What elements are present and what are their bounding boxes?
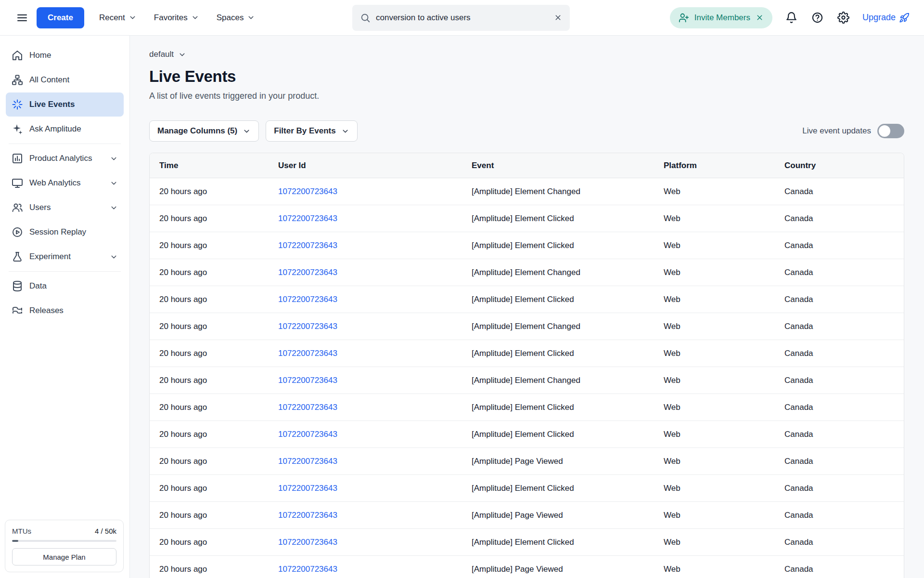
gear-icon bbox=[837, 12, 849, 24]
sidebar-item-ask-amplitude[interactable]: Ask Amplitude bbox=[6, 117, 124, 141]
nav-favorites-label: Favorites bbox=[154, 13, 188, 23]
cell-country: Canada bbox=[775, 295, 904, 304]
cell-event: [Amplitude] Element Clicked bbox=[462, 403, 654, 412]
manage-plan-button[interactable]: Manage Plan bbox=[12, 548, 116, 565]
sidebar-item-experiment[interactable]: Experiment bbox=[6, 245, 124, 269]
sidebar-item-product-analytics[interactable]: Product Analytics bbox=[6, 146, 124, 171]
cell-time: 20 hours ago bbox=[150, 322, 269, 331]
cell-platform: Web bbox=[654, 484, 775, 493]
upgrade-button[interactable]: Upgrade bbox=[862, 13, 910, 23]
cell-platform: Web bbox=[654, 538, 775, 547]
cell-user-id-link[interactable]: 1072200723643 bbox=[269, 511, 462, 520]
sparkle-icon bbox=[12, 123, 23, 135]
breadcrumb-label: default bbox=[149, 50, 174, 59]
table-row: 20 hours ago 1072200723643 [Amplitude] E… bbox=[150, 340, 904, 367]
chevron-down-icon bbox=[247, 13, 255, 22]
cell-user-id-link[interactable]: 1072200723643 bbox=[269, 430, 462, 439]
sidebar-item-live-events[interactable]: Live Events bbox=[6, 92, 124, 117]
cell-time: 20 hours ago bbox=[150, 376, 269, 385]
table-row: 20 hours ago 1072200723643 [Amplitude] E… bbox=[150, 475, 904, 502]
column-header: Event bbox=[462, 161, 654, 171]
cell-country: Canada bbox=[775, 322, 904, 331]
manage-columns-button[interactable]: Manage Columns (5) bbox=[149, 120, 259, 142]
cell-user-id-link[interactable]: 1072200723643 bbox=[269, 322, 462, 331]
search-clear-button[interactable] bbox=[554, 13, 562, 22]
sidebar-item-label: Session Replay bbox=[29, 227, 86, 237]
cell-event: [Amplitude] Element Clicked bbox=[462, 241, 654, 250]
invite-dismiss-button[interactable] bbox=[756, 13, 764, 22]
sidebar-item-label: Ask Amplitude bbox=[29, 124, 81, 134]
cell-user-id-link[interactable]: 1072200723643 bbox=[269, 376, 462, 385]
sidebar-item-users[interactable]: Users bbox=[6, 196, 124, 220]
global-search bbox=[352, 5, 570, 31]
invite-members-button[interactable]: Invite Members bbox=[670, 7, 772, 28]
cell-platform: Web bbox=[654, 565, 775, 574]
sidebar-item-home[interactable]: Home bbox=[6, 43, 124, 67]
cell-user-id-link[interactable]: 1072200723643 bbox=[269, 295, 462, 304]
cell-event: [Amplitude] Element Changed bbox=[462, 322, 654, 331]
create-button[interactable]: Create bbox=[37, 7, 84, 28]
nav-recent[interactable]: Recent bbox=[93, 8, 143, 27]
cell-user-id-link[interactable]: 1072200723643 bbox=[269, 403, 462, 412]
nav-spaces[interactable]: Spaces bbox=[210, 8, 262, 27]
cell-platform: Web bbox=[654, 511, 775, 520]
cell-event: [Amplitude] Element Clicked bbox=[462, 295, 654, 304]
table-row: 20 hours ago 1072200723643 [Amplitude] E… bbox=[150, 367, 904, 394]
cell-country: Canada bbox=[775, 484, 904, 493]
topbar-left-group: Create Recent Favorites Spaces bbox=[13, 7, 352, 28]
chevron-down-icon bbox=[128, 13, 137, 22]
cell-user-id-link[interactable]: 1072200723643 bbox=[269, 457, 462, 466]
chevron-down-icon bbox=[110, 253, 118, 261]
manage-columns-label: Manage Columns (5) bbox=[157, 126, 237, 136]
notifications-button[interactable] bbox=[784, 11, 798, 25]
cell-event: [Amplitude] Element Clicked bbox=[462, 214, 654, 223]
sidebar-item-web-analytics[interactable]: Web Analytics bbox=[6, 171, 124, 195]
live-updates-toggle[interactable] bbox=[877, 124, 904, 138]
cell-event: [Amplitude] Element Changed bbox=[462, 268, 654, 277]
cell-time: 20 hours ago bbox=[150, 268, 269, 277]
cell-country: Canada bbox=[775, 349, 904, 358]
nav-favorites[interactable]: Favorites bbox=[148, 8, 205, 27]
column-header: User Id bbox=[269, 161, 462, 171]
cell-time: 20 hours ago bbox=[150, 457, 269, 466]
cell-user-id-link[interactable]: 1072200723643 bbox=[269, 241, 462, 250]
sidebar-item-releases[interactable]: Releases bbox=[6, 299, 124, 323]
releases-icon bbox=[12, 305, 23, 316]
settings-button[interactable] bbox=[836, 11, 850, 25]
nav-spaces-label: Spaces bbox=[217, 13, 244, 23]
sidebar-item-all-content[interactable]: All Content bbox=[6, 68, 124, 92]
hamburger-menu-button[interactable] bbox=[13, 8, 32, 27]
sidebar-item-label: Releases bbox=[29, 306, 64, 315]
mtu-progress-bar bbox=[12, 540, 116, 542]
mtu-usage-value: 4 / 50k bbox=[95, 527, 116, 535]
cell-user-id-link[interactable]: 1072200723643 bbox=[269, 349, 462, 358]
users-icon bbox=[12, 202, 23, 213]
cell-user-id-link[interactable]: 1072200723643 bbox=[269, 187, 462, 197]
main-content: default Live Events A list of live event… bbox=[130, 36, 924, 578]
cell-platform: Web bbox=[654, 187, 775, 197]
cell-time: 20 hours ago bbox=[150, 214, 269, 223]
table-row: 20 hours ago 1072200723643 [Amplitude] E… bbox=[150, 286, 904, 313]
cell-platform: Web bbox=[654, 268, 775, 277]
breadcrumb-project-selector[interactable]: default bbox=[149, 50, 186, 59]
sidebar-item-data[interactable]: Data bbox=[6, 274, 124, 298]
cell-time: 20 hours ago bbox=[150, 187, 269, 197]
cell-time: 20 hours ago bbox=[150, 511, 269, 520]
filter-by-events-button[interactable]: Filter By Events bbox=[266, 120, 358, 142]
sidebar-item-label: Data bbox=[29, 281, 47, 291]
sidebar-item-label: Experiment bbox=[29, 252, 71, 262]
sidebar-item-session-replay[interactable]: Session Replay bbox=[6, 220, 124, 244]
chevron-down-icon bbox=[110, 155, 118, 163]
cell-platform: Web bbox=[654, 241, 775, 250]
cell-user-id-link[interactable]: 1072200723643 bbox=[269, 214, 462, 223]
sidebar-item-label: Web Analytics bbox=[29, 178, 80, 188]
cell-user-id-link[interactable]: 1072200723643 bbox=[269, 565, 462, 574]
cell-user-id-link[interactable]: 1072200723643 bbox=[269, 268, 462, 277]
cell-user-id-link[interactable]: 1072200723643 bbox=[269, 538, 462, 547]
cell-user-id-link[interactable]: 1072200723643 bbox=[269, 484, 462, 493]
page-layout: Home All Content Live Events Ask Amplitu… bbox=[0, 36, 924, 578]
help-button[interactable] bbox=[810, 11, 824, 25]
live-events-icon bbox=[12, 99, 23, 110]
search-input[interactable] bbox=[376, 13, 549, 23]
filter-by-events-label: Filter By Events bbox=[274, 126, 336, 136]
